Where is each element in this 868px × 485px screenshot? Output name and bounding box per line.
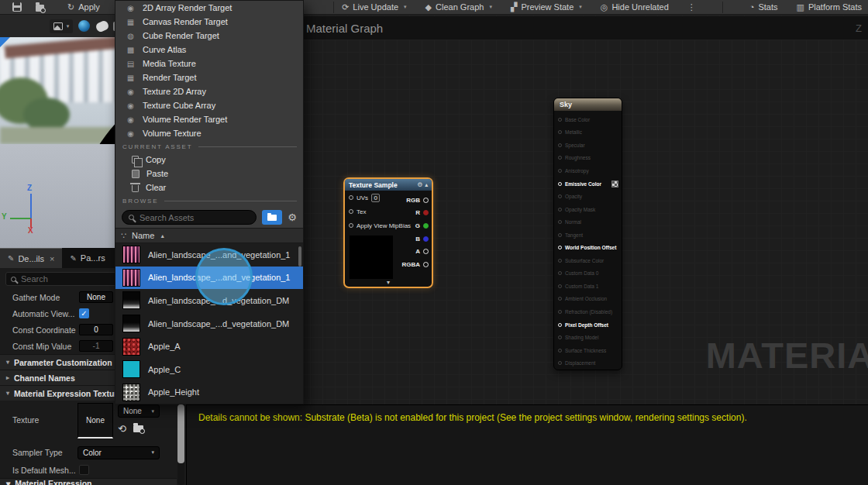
texture-sample-node[interactable]: Texture Sample ⚙ ▴ UVs 0 Tex Apply View … <box>343 177 433 288</box>
output-pin[interactable]: B <box>401 232 429 246</box>
output-pin[interactable]: RGBA <box>401 258 429 271</box>
close-icon[interactable]: × <box>50 254 54 263</box>
const-coordinate-value[interactable]: 0 <box>79 324 113 335</box>
asset-list-header[interactable]: ∵ Name ▲ <box>115 228 303 243</box>
menu-item-texture-type[interactable]: ▦ Render Target <box>115 71 303 84</box>
pin-circle <box>558 169 562 173</box>
apply-icon: ↻ <box>67 2 74 12</box>
material-input-pin[interactable]: Surface Thickness <box>554 344 622 357</box>
chevron-down-icon: ▾ <box>489 4 492 10</box>
sky-node-pins: Base Color Metallic Specular <box>554 111 622 370</box>
output-pin[interactable]: G <box>401 219 429 232</box>
material-input-pin[interactable]: Roughness <box>554 152 622 165</box>
stats-button[interactable]: ◔ Stats <box>749 2 778 12</box>
chevron-down-icon: ▾ <box>404 4 407 10</box>
sky-node-header[interactable]: Sky <box>554 98 622 111</box>
asset-search-input[interactable]: Search Assets <box>122 210 257 225</box>
disclosure-icon: ▾ <box>6 359 9 366</box>
automatic-view-checkbox[interactable]: ✓ <box>79 308 89 318</box>
paste-menu-item[interactable]: Paste <box>115 167 303 181</box>
clear-menu-item[interactable]: Clear <box>115 181 303 194</box>
save-icon[interactable] <box>12 2 22 12</box>
live-update-button[interactable]: ⟳ Live Update ▾ <box>342 2 406 12</box>
copy-icon <box>132 156 139 163</box>
material-input-pin[interactable]: Specular <box>554 139 622 152</box>
axis-label-z: Z <box>27 184 32 192</box>
browse-folder-button[interactable] <box>262 210 282 225</box>
texture-sample-node-header[interactable]: Texture Sample ⚙ ▴ <box>345 179 432 191</box>
output-pin[interactable]: RGB <box>401 194 429 207</box>
hide-unrelated-button[interactable]: ◎ Hide Unrelated <box>601 2 669 12</box>
gather-mode-value[interactable]: None <box>79 291 113 303</box>
expand-icon[interactable]: ▾ <box>345 279 432 286</box>
material-input-pin[interactable]: Shading Model <box>554 331 622 344</box>
platform-stats-button[interactable]: ▥ Platform Stats <box>797 2 862 12</box>
more-icon: ⋮ <box>687 2 696 12</box>
material-input-pin[interactable]: Normal <box>554 215 622 229</box>
asset-row[interactable]: Apple_A <box>115 335 303 358</box>
asset-row[interactable]: Apple_C <box>115 358 303 381</box>
asset-list-scrollbar-thumb[interactable] <box>298 246 301 267</box>
material-input-pin[interactable]: World Position Offset <box>554 241 622 254</box>
pin-circle <box>558 156 562 160</box>
texture-asset-dropdown[interactable]: None ▾ <box>118 404 160 418</box>
tab-parameters[interactable]: ✎ Pa...rs <box>62 248 112 268</box>
material-input-pin[interactable]: Metallic <box>554 126 622 139</box>
output-pin[interactable]: A <box>401 245 429 258</box>
menu-item-texture-type[interactable]: ▩ Curve Atlas <box>115 43 303 57</box>
section-material-expression-partial[interactable]: ▾ Material Expression <box>0 478 177 485</box>
menu-item-texture-type[interactable]: ◉ Volume Texture <box>115 126 303 140</box>
texture-thumbnail-selector[interactable]: None <box>78 403 113 439</box>
sphere-shape-icon[interactable] <box>78 20 90 32</box>
clean-graph-button[interactable]: ◆ Clean Graph ▾ <box>425 2 492 12</box>
more-options-button[interactable]: ⋮ <box>687 2 696 12</box>
output-pin[interactable]: R <box>401 207 429 220</box>
asset-row[interactable]: Alien_landscape_...d_vegetation_DM <box>115 312 303 335</box>
apply-button[interactable]: ↻ Apply <box>67 2 100 12</box>
menu-item-texture-type[interactable]: ◍ Cube Render Target <box>115 29 303 43</box>
copy-menu-item[interactable]: Copy <box>115 153 303 167</box>
material-input-pin[interactable]: Custom Data 0 <box>554 267 622 280</box>
is-default-mesh-checkbox[interactable] <box>79 465 89 475</box>
cylinder-shape-icon[interactable] <box>95 19 109 33</box>
chevron-down-icon: ▾ <box>151 408 154 414</box>
asset-row[interactable]: Apple_Height <box>115 380 303 404</box>
material-input-pin[interactable]: Base Color <box>554 113 622 126</box>
settings-gear-icon[interactable]: ⚙ <box>288 212 297 223</box>
pin-circle <box>558 118 562 122</box>
menu-item-texture-type[interactable]: ▦ Canvas Render Target <box>115 15 303 29</box>
material-input-pin[interactable]: Anisotropy <box>554 164 622 177</box>
menu-item-texture-type[interactable]: ◉ Texture Cube Array <box>115 98 303 112</box>
material-input-pin[interactable]: Refraction (Disabled) <box>554 305 622 318</box>
browse-icon[interactable] <box>36 5 44 12</box>
menu-item-texture-type[interactable]: ◉ 2D Array Render Target <box>115 1 303 15</box>
menu-item-texture-type[interactable]: ◉ Volume Render Target <box>115 112 303 126</box>
filter-icon[interactable]: ∵ <box>121 231 126 241</box>
material-input-pin[interactable]: Opacity <box>554 190 622 203</box>
viewmode-dropdown[interactable]: ▾ <box>50 19 73 33</box>
const-mip-value[interactable]: -1 <box>79 340 113 352</box>
pin-circle <box>558 323 562 327</box>
gear-icon[interactable]: ⚙ <box>417 181 422 188</box>
material-input-pin[interactable]: Displacement <box>554 356 622 370</box>
menu-item-texture-type[interactable]: ▤ Media Texture <box>115 57 303 71</box>
tab-details[interactable]: ✎ De...ils × <box>0 248 62 268</box>
material-input-pin[interactable]: Emissive Color <box>554 177 622 191</box>
sampler-type-dropdown[interactable]: Color ▾ <box>78 446 160 459</box>
output-pin-label: RGB <box>406 197 420 204</box>
use-selected-asset-icon[interactable]: ⟲ <box>118 423 126 435</box>
material-input-pin[interactable]: Opacity Mask <box>554 203 622 216</box>
sky-material-result-node[interactable]: Sky Base Color Metallic Specular <box>553 98 622 370</box>
details-scrollbar-thumb[interactable] <box>177 404 184 463</box>
browse-to-asset-icon[interactable] <box>133 425 143 432</box>
menu-item-texture-type[interactable]: ◉ Texture 2D Array <box>115 84 303 98</box>
material-input-pin[interactable]: Pixel Depth Offset <box>554 318 622 332</box>
pin-circle <box>558 349 562 353</box>
preview-state-button[interactable]: ▞ Preview State ▾ <box>511 2 582 12</box>
material-input-pin[interactable]: Custom Data 1 <box>554 280 622 293</box>
material-input-pin[interactable]: Tangent <box>554 229 622 242</box>
material-input-pin[interactable]: Ambient Occlusion <box>554 293 622 306</box>
material-input-pin[interactable]: Subsurface Color <box>554 254 622 267</box>
collapse-icon[interactable]: ▴ <box>425 182 428 188</box>
uvs-value-box[interactable]: 0 <box>371 194 380 202</box>
